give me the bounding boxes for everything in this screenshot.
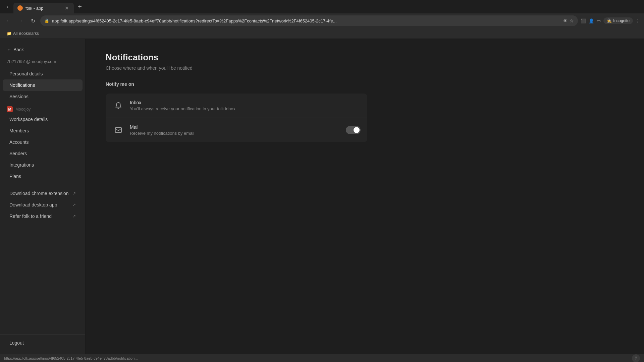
sidebar-divider: [5, 185, 80, 185]
workspace-details-label: Workspace details: [9, 117, 48, 122]
toggle-knob: [354, 127, 360, 133]
tab-close-button[interactable]: ✕: [64, 5, 70, 11]
nav-back-button[interactable]: ←: [4, 16, 13, 25]
notifications-label: Notifications: [9, 82, 35, 88]
logout-label: Logout: [9, 340, 24, 346]
sidebar-item-sessions[interactable]: Sessions: [3, 91, 83, 102]
toolbar-right: ⬛ 👤 ▭ 🕵 Incognito ⋮: [581, 17, 640, 24]
extension-icon: ⬛: [581, 18, 586, 23]
incognito-label: Incognito: [613, 18, 630, 23]
sidebar-item-workspace-details[interactable]: Workspace details: [3, 114, 83, 125]
bookmarks-folder[interactable]: 📁 All Bookmarks: [4, 30, 42, 37]
nav-forward-button[interactable]: →: [16, 16, 25, 25]
address-bar[interactable]: 🔒 app.folk.app/settings/4f652405-2c17-4f…: [40, 15, 578, 26]
page-title: Notifications: [106, 52, 624, 63]
visibility-off-icon: 👁: [563, 18, 568, 23]
senders-label: Senders: [9, 151, 27, 156]
incognito-icon: 🕵: [607, 18, 612, 23]
sidebar-item-senders[interactable]: Senders: [3, 148, 83, 159]
workspace-icon: M: [7, 106, 13, 112]
app-container: ← Back 7b217651@moodjoy.com Personal det…: [0, 39, 644, 354]
main-content: Notifications Choose where and when you'…: [86, 39, 644, 354]
external-link-icon: ↗: [72, 191, 76, 196]
sidebar-item-logout[interactable]: Logout: [3, 337, 83, 349]
section-label: Notify me on: [106, 81, 624, 87]
sidebar-item-accounts[interactable]: Accounts: [3, 136, 83, 148]
status-url: https://app.folk.app/settings/4f652405-2…: [4, 356, 632, 360]
address-bar-url: app.folk.app/settings/4f652405-2c17-4fe5…: [52, 18, 560, 23]
profile-icon: 👤: [589, 18, 594, 23]
sidebar-item-refer[interactable]: Refer folk to a friend ↗: [3, 210, 83, 222]
bookmarks-label: All Bookmarks: [13, 31, 39, 36]
address-bar-icons: 👁 ☆: [563, 18, 574, 23]
back-label: Back: [13, 47, 24, 52]
external-link-icon-2: ↗: [72, 202, 76, 207]
nav-refresh-button[interactable]: ↻: [28, 16, 38, 25]
inbox-icon: [112, 100, 124, 112]
sidebar-email: 7b217651@moodjoy.com: [0, 58, 85, 68]
back-button[interactable]: ← Back: [0, 44, 85, 58]
inbox-title: Inbox: [130, 100, 361, 105]
status-bar: https://app.folk.app/settings/4f652405-2…: [0, 354, 644, 362]
svg-rect-0: [115, 128, 121, 133]
browser-chrome: ‹ folk - app ✕ + ← → ↻ 🔒 app.folk.app/se…: [0, 0, 644, 39]
bookmarks-bar: 📁 All Bookmarks: [0, 28, 644, 39]
mail-toggle[interactable]: [346, 126, 361, 134]
help-button[interactable]: ?: [632, 354, 640, 362]
tab-bar: ‹ folk - app ✕ +: [0, 0, 644, 13]
sidebar-item-integrations[interactable]: Integrations: [3, 159, 83, 171]
folder-icon: 📁: [7, 31, 12, 36]
address-bar-row: ← → ↻ 🔒 app.folk.app/settings/4f652405-2…: [0, 13, 644, 28]
incognito-badge: 🕵 Incognito: [603, 17, 633, 24]
sessions-label: Sessions: [9, 94, 29, 99]
workspace-name: Moodjoy: [15, 107, 31, 112]
browser-tab[interactable]: folk - app ✕: [13, 3, 74, 13]
sidebar: ← Back 7b217651@moodjoy.com Personal det…: [0, 39, 86, 354]
external-link-icon-3: ↗: [72, 214, 76, 219]
page-subtitle: Choose where and when you'll be notified: [106, 65, 624, 71]
inbox-description: You'll always receive your notification …: [130, 106, 361, 111]
sidebar-item-download-desktop[interactable]: Download desktop app ↗: [3, 199, 83, 210]
integrations-label: Integrations: [9, 162, 34, 168]
sidebar-item-members[interactable]: Members: [3, 125, 83, 136]
inbox-row: Inbox You'll always receive your notific…: [106, 94, 367, 118]
download-desktop-label: Download desktop app: [9, 202, 57, 207]
download-chrome-label: Download chrome extension: [9, 191, 69, 196]
tab-favicon: [17, 5, 23, 11]
sidebar-item-download-chrome[interactable]: Download chrome extension ↗: [3, 188, 83, 199]
menu-icon: ⋮: [636, 18, 640, 23]
help-icon: ?: [635, 356, 637, 361]
inbox-text: Inbox You'll always receive your notific…: [130, 100, 361, 111]
back-icon: ←: [7, 47, 11, 52]
tab-back-button[interactable]: ‹: [3, 2, 12, 11]
lock-icon: 🔒: [44, 18, 49, 23]
mail-description: Receive my notifications by email: [130, 131, 340, 136]
mail-icon: [112, 124, 124, 136]
mail-text: Mail Receive my notifications by email: [130, 124, 340, 136]
plans-label: Plans: [9, 174, 21, 179]
sidebar-item-plans[interactable]: Plans: [3, 171, 83, 182]
sidebar-bottom: Logout: [0, 334, 85, 349]
refer-label: Refer folk to a friend: [9, 214, 52, 219]
personal-details-label: Personal details: [9, 71, 43, 76]
notification-card: Inbox You'll always receive your notific…: [106, 94, 367, 142]
sidebar-item-notifications[interactable]: Notifications: [3, 79, 83, 91]
mail-row: Mail Receive my notifications by email: [106, 118, 367, 142]
star-icon: ☆: [570, 18, 574, 23]
accounts-label: Accounts: [9, 139, 29, 145]
new-tab-button[interactable]: +: [75, 2, 85, 11]
tab-title: folk - app: [25, 6, 61, 11]
sidebar-toggle-icon: ▭: [597, 18, 601, 23]
members-label: Members: [9, 128, 29, 133]
workspace-section: M Moodjoy: [0, 102, 85, 114]
mail-title: Mail: [130, 124, 340, 130]
sidebar-item-personal-details[interactable]: Personal details: [3, 68, 83, 79]
